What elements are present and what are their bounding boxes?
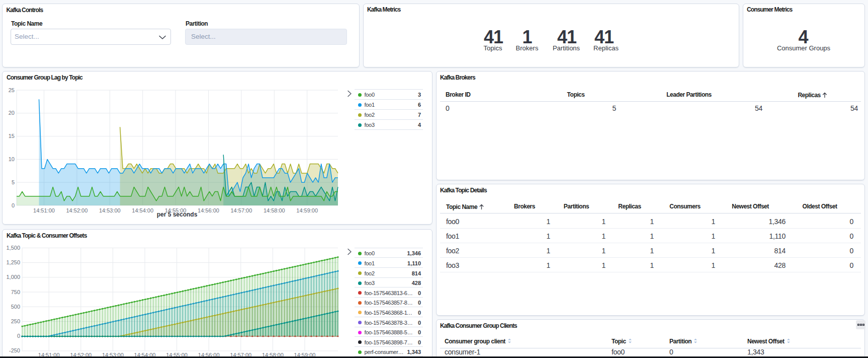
svg-text:750: 750 — [11, 289, 20, 295]
svg-text:-250: -250 — [9, 347, 20, 353]
svg-text:1,000: 1,000 — [6, 274, 20, 280]
svg-text:250: 250 — [11, 318, 20, 324]
svg-text:500: 500 — [11, 304, 20, 310]
svg-text:1,500: 1,500 — [6, 245, 20, 251]
svg-text:0: 0 — [17, 333, 20, 339]
svg-text:1,250: 1,250 — [6, 259, 20, 265]
